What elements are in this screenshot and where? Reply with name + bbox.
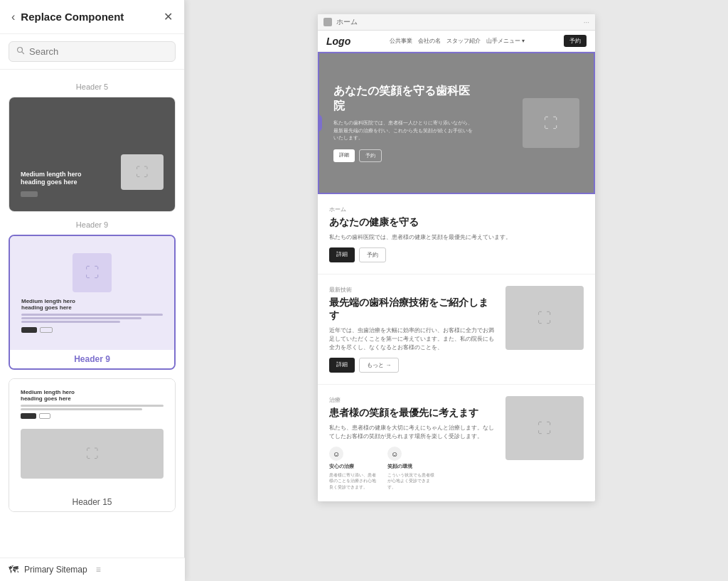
sitemap-icon: 🗺	[9, 564, 18, 575]
h9-line-3	[21, 321, 120, 323]
section3-title: 患者様の笑顔を最優先に考えます	[329, 407, 497, 420]
search-input[interactable]	[29, 46, 168, 57]
section3-image-icon: ⛶	[537, 420, 552, 437]
section3-tag: 治療	[329, 396, 497, 404]
nav-logo: Logo	[326, 36, 350, 47]
h9-line-1	[21, 314, 163, 316]
browser-tab-label: ホーム	[336, 17, 358, 27]
nav-link-4[interactable]: 山手メニュー ▾	[486, 37, 525, 45]
page-navbar: Logo 公共事業 会社の名 スタッフ紹介 山手メニュー ▾ 予約	[318, 31, 595, 52]
h9-line-2	[21, 317, 141, 319]
browser-chrome: ホーム ···	[318, 14, 595, 31]
section-advanced: 最新技術 最先端の歯科治療技術をご紹介します 近年では、虫歯治療を大幅に効率的に…	[318, 274, 595, 385]
nav-cta-button[interactable]: 予約	[564, 35, 587, 47]
preview-h5-btn	[21, 191, 38, 197]
section-patient: 治療 患者様の笑顔を最優先に考えます 私たち、患者様の健康を大切に考えにちゃんと…	[318, 385, 595, 501]
component-card-header9[interactable]: ⛶ Medium length heroheading goes here	[9, 235, 176, 370]
h15-line-1	[21, 405, 164, 407]
hero-btn-secondary[interactable]: 予約	[359, 149, 382, 162]
preview-h9-inner: ⛶ Medium length heroheading goes here	[10, 236, 174, 350]
preview-h15-img: ⛶	[21, 429, 164, 479]
section1-tag: ホーム	[329, 206, 584, 213]
h9-text-col: Medium length heroheading goes here	[21, 298, 163, 333]
section2-title: 最先端の歯科治療技術をご紹介します	[329, 297, 497, 322]
h9-title-text: Medium length heroheading goes here	[21, 298, 163, 311]
image-placeholder-icon: ⛶	[85, 265, 100, 281]
section2-tag: 最新技術	[329, 286, 497, 294]
section-label-header5: Header 5	[9, 82, 176, 91]
sitemap-label[interactable]: Primary Sitemap	[24, 565, 87, 575]
preview-header5: Medium length heroheading goes here ⛶	[9, 97, 175, 211]
icon-desc-1: 患者様に寄り添い、患者様のことを治療され心地良く受診できます。	[329, 472, 379, 490]
hero-image-placeholder: ⛶	[523, 98, 579, 148]
section3-text: 治療 患者様の笑顔を最優先に考えます 私たち、患者様の健康を大切に考えにちゃんと…	[329, 396, 497, 490]
icon-circle-2: ☺	[387, 447, 402, 461]
right-area: ホーム ··· Logo 公共事業 会社の名 スタッフ紹介 山手メニュー ▾ 予…	[185, 0, 728, 581]
preview-h5-img: ⛶	[121, 154, 164, 190]
section2-text: 最新技術 最先端の歯科治療技術をご紹介します 近年では、虫歯治療を大幅に効率的に…	[329, 286, 497, 373]
icon-desc-2: こういう状況でも患者様が心地よく受診できます。	[387, 472, 437, 490]
panel-title: Replace Component	[21, 11, 124, 23]
section2-btn-primary[interactable]: 詳細	[329, 358, 355, 373]
sitemap-bar: 🗺 Primary Sitemap ≡	[0, 558, 185, 581]
section2-image: ⛶	[505, 286, 584, 350]
panel-header-left: ‹ Replace Component	[11, 11, 124, 23]
components-list: Header 5 Medium length heroheading goes …	[0, 70, 184, 581]
section3-image: ⛶	[505, 396, 584, 460]
section2-btn-secondary[interactable]: もっと →	[359, 358, 399, 373]
hero-title: あなたの笑顔を守る歯科医院	[333, 84, 476, 114]
preview-h15-inner: Medium length heroheading goes here	[9, 379, 175, 493]
section2-buttons: 詳細 もっと →	[329, 358, 497, 373]
search-box	[9, 41, 176, 62]
h9-lines	[21, 314, 163, 323]
browser-more-icon: ···	[584, 18, 589, 26]
close-button[interactable]: ✕	[164, 10, 173, 23]
icon-label-2: 笑顔の環境	[387, 463, 437, 470]
section1-buttons: 詳細 予約	[329, 247, 584, 262]
hero-text-block: あなたの笑顔を守る歯科医院 私たちの歯科医院では、患者様一人ひとりに寄り添いなが…	[333, 84, 476, 161]
preview-h15-text: Medium length heroheading goes here	[21, 389, 164, 419]
hero-section[interactable]: あなたの笑顔を守る歯科医院 私たちの歯科医院では、患者様一人ひとりに寄り添いなが…	[318, 52, 595, 194]
component-card-header5[interactable]: Medium length heroheading goes here ⛶	[9, 97, 176, 212]
section1-body: 私たちの歯科医院では、患者様の健康と笑顔を最優先に考えています。	[329, 233, 584, 242]
h15-line-2	[21, 408, 142, 410]
h15-btn-primary	[21, 413, 36, 419]
nav-link-3[interactable]: スタッフ紹介	[446, 37, 481, 45]
preview-h15-title-text: Medium length heroheading goes here	[21, 389, 164, 402]
bottom-icons-row: ☺ 安心の治療 患者様に寄り添い、患者様のことを治療され心地良く受診できます。 …	[329, 447, 497, 490]
drag-handle[interactable]	[318, 114, 322, 132]
section-health: ホーム あなたの健康を守る 私たちの歯科医院では、患者様の健康と笑顔を最優先に考…	[318, 194, 595, 274]
nav-links: 公共事業 会社の名 スタッフ紹介 山手メニュー ▾	[390, 37, 525, 45]
section1-title: あなたの健康を守る	[329, 216, 584, 229]
preview-h9-img: ⛶	[73, 253, 112, 292]
svg-line-1	[22, 52, 24, 54]
section-label-header9: Header 9	[9, 220, 176, 229]
h15-image-icon: ⛶	[86, 447, 99, 462]
section1-btn-primary[interactable]: 詳細	[329, 247, 355, 262]
panel-header: ‹ Replace Component ✕	[0, 0, 184, 34]
nav-link-1[interactable]: 公共事業	[390, 37, 412, 45]
icon-circle-1: ☺	[329, 447, 343, 461]
image-icon: ⛶	[136, 165, 149, 180]
replace-component-panel: ‹ Replace Component ✕ Header 5 Medium le…	[0, 0, 185, 581]
hero-buttons: 詳細 予約	[333, 149, 476, 162]
icon-item-1: ☺ 安心の治療 患者様に寄り添い、患者様のことを治療され心地良く受診できます。	[329, 447, 379, 490]
h9-btn-secondary	[40, 327, 53, 333]
h9-btn-primary	[21, 327, 37, 333]
section3-body: 私たち、患者様の健康を大切に考えにちゃんと治療します。なしてしたお客様の笑顔が見…	[329, 424, 497, 441]
preview-h15-top: Medium length heroheading goes here	[21, 389, 164, 419]
sitemap-menu-icon: ≡	[96, 565, 101, 575]
h15-btn-secondary	[39, 413, 50, 419]
section1-btn-secondary[interactable]: 予約	[359, 247, 386, 262]
page-preview: ホーム ··· Logo 公共事業 会社の名 スタッフ紹介 山手メニュー ▾ 予…	[318, 14, 595, 501]
component-card-header15[interactable]: Medium length heroheading goes here	[9, 378, 176, 512]
hero-btn-primary[interactable]: 詳細	[333, 149, 355, 162]
section2-image-icon: ⛶	[537, 310, 552, 326]
nav-link-2[interactable]: 会社の名	[418, 37, 441, 45]
hero-image-icon: ⛶	[544, 115, 558, 132]
back-button[interactable]: ‹	[11, 11, 15, 23]
component-label-header9: Header 9	[10, 350, 174, 368]
browser-favicon	[323, 18, 332, 26]
component-label-header15: Header 15	[9, 493, 175, 511]
h9-btn-row	[21, 327, 163, 333]
